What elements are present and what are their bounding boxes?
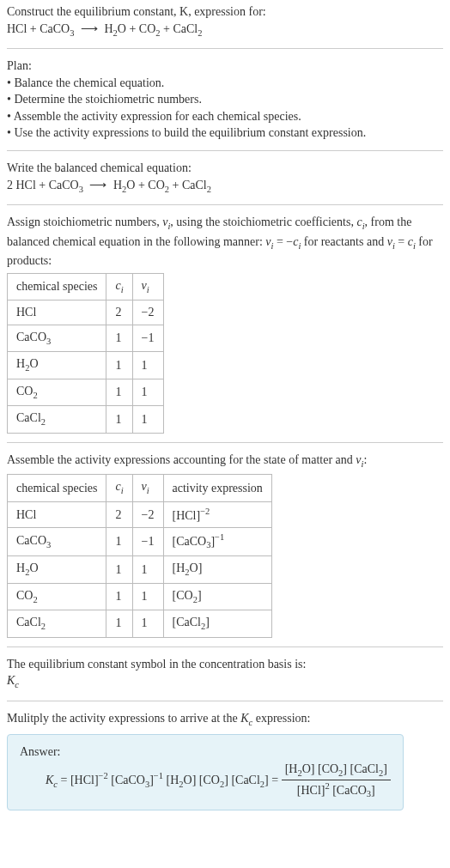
col-ci: ci <box>106 273 132 300</box>
balanced-title: Write the balanced chemical equation: <box>7 160 443 177</box>
table-row: CaCl2 1 1 <box>8 406 164 433</box>
cell-species: CO2 <box>8 583 106 610</box>
activity-section: Assemble the activity expressions accoun… <box>7 452 443 638</box>
col-activity: activity expression <box>163 475 271 501</box>
multiply-section: Mulitply the activity expressions to arr… <box>7 710 443 811</box>
cell-nui: 1 <box>132 352 163 379</box>
arrow-icon: ⟶ <box>89 177 106 194</box>
cell-nui: −1 <box>132 527 163 555</box>
table-row: H2O 1 1 <box>8 352 164 379</box>
cell-species: H2O <box>8 556 106 583</box>
cell-species: CaCO3 <box>8 527 106 555</box>
table-row: CaCO3 1 −1 [CaCO3]−1 <box>8 527 272 555</box>
cell-ci: 1 <box>106 583 132 610</box>
plan-bullet-4: • Use the activity expressions to build … <box>7 124 443 142</box>
col-nui: νi <box>132 273 163 300</box>
answer-box: Answer: Kc = [HCl]−2 [CaCO3]−1 [H2O] [CO… <box>7 734 404 810</box>
stoich-table: chemical species ci νi HCl 2 −2 CaCO3 1 … <box>7 273 164 434</box>
table-row: H2O 1 1 [H2O] <box>8 556 272 583</box>
col-ci: ci <box>106 475 132 501</box>
cell-nui: 1 <box>132 583 163 610</box>
cell-nui: −2 <box>132 300 163 325</box>
cell-species: CO2 <box>8 379 106 405</box>
cell-ci: 2 <box>106 501 132 527</box>
balanced-rhs: H2O + CO2 + CaCl2 <box>113 179 211 191</box>
activity-intro: Assemble the activity expressions accoun… <box>7 452 443 470</box>
plan-bullet-1: • Balance the chemical equation. <box>7 75 443 92</box>
cell-activity: [H2O] <box>163 556 271 583</box>
divider <box>7 646 443 647</box>
construct-title: Construct the equilibrium constant, K, e… <box>7 3 443 21</box>
table-header-row: chemical species ci νi <box>8 273 164 300</box>
table-row: CO2 1 1 [CO2] <box>8 583 272 610</box>
activity-table: chemical species ci νi activity expressi… <box>7 474 272 637</box>
cell-nui: −1 <box>132 325 163 351</box>
cell-species: HCl <box>8 300 106 325</box>
divider <box>7 204 443 205</box>
balanced-lhs: 2 HCl + CaCO3 <box>7 179 83 191</box>
plan-bullet-2: • Determine the stoichiometric numbers. <box>7 91 443 108</box>
multiply-text: Mulitply the activity expressions to arr… <box>7 710 443 729</box>
symbol-section: The equilibrium constant symbol in the c… <box>7 656 443 692</box>
kc-symbol: Kc <box>7 672 443 691</box>
cell-species: CaCl2 <box>8 406 106 433</box>
cell-ci: 1 <box>106 379 132 405</box>
construct-text-a: Construct the equilibrium constant, K, e… <box>7 5 266 18</box>
table-header-row: chemical species ci νi activity expressi… <box>8 475 272 501</box>
plan-bullet-3: • Assemble the activity expression for e… <box>7 108 443 125</box>
col-nui: νi <box>132 475 163 501</box>
divider <box>7 150 443 151</box>
construct-section: Construct the equilibrium constant, K, e… <box>7 3 443 39</box>
fraction: [H2O] [CO2] [CaCl2][HCl]2 [CaCO3] <box>282 761 391 802</box>
col-species: chemical species <box>8 273 106 300</box>
table-row: CaCO3 1 −1 <box>8 325 164 351</box>
plan-section: Plan: • Balance the chemical equation. •… <box>7 58 443 142</box>
cell-activity: [CaCl2] <box>163 610 271 637</box>
eq-lhs: HCl + CaCO3 <box>7 22 74 35</box>
cell-ci: 1 <box>106 352 132 379</box>
answer-expression: Kc = [HCl]−2 [CaCO3]−1 [H2O] [CO2] [CaCl… <box>46 761 391 802</box>
table-row: CaCl2 1 1 [CaCl2] <box>8 610 272 637</box>
table-row: HCl 2 −2 [HCl]−2 <box>8 501 272 527</box>
cell-ci: 1 <box>106 527 132 555</box>
arrow-icon: ⟶ <box>81 21 98 38</box>
divider <box>7 701 443 701</box>
col-species: chemical species <box>8 475 106 501</box>
cell-activity: [HCl]−2 <box>163 501 271 527</box>
cell-nui: 1 <box>132 379 163 405</box>
cell-activity: [CaCO3]−1 <box>163 527 271 555</box>
eq-rhs: H2O + CO2 + CaCl2 <box>104 22 202 35</box>
cell-nui: −2 <box>132 501 163 527</box>
cell-ci: 1 <box>106 325 132 351</box>
cell-activity: [CO2] <box>163 583 271 610</box>
cell-ci: 1 <box>106 406 132 433</box>
unbalanced-equation: HCl + CaCO3 ⟶ H2O + CO2 + CaCl2 <box>7 21 443 39</box>
cell-species: CaCO3 <box>8 325 106 351</box>
cell-species: CaCl2 <box>8 610 106 637</box>
fraction-numerator: [H2O] [CO2] [CaCl2] <box>282 761 391 780</box>
divider <box>7 48 443 49</box>
cell-ci: 1 <box>106 556 132 583</box>
answer-label: Answer: <box>20 744 391 761</box>
symbol-text: The equilibrium constant symbol in the c… <box>7 656 443 673</box>
cell-ci: 2 <box>106 300 132 325</box>
fraction-denominator: [HCl]2 [CaCO3] <box>282 780 391 801</box>
stoich-section: Assign stoichiometric numbers, νi, using… <box>7 214 443 434</box>
cell-species: HCl <box>8 501 106 527</box>
balanced-section: Write the balanced chemical equation: 2 … <box>7 160 443 196</box>
balanced-equation: 2 HCl + CaCO3 ⟶ H2O + CO2 + CaCl2 <box>7 177 443 196</box>
cell-ci: 1 <box>106 610 132 637</box>
table-row: HCl 2 −2 <box>8 300 164 325</box>
plan-title: Plan: <box>7 58 443 75</box>
cell-species: H2O <box>8 352 106 379</box>
cell-nui: 1 <box>132 556 163 583</box>
cell-nui: 1 <box>132 610 163 637</box>
stoich-intro: Assign stoichiometric numbers, νi, using… <box>7 214 443 270</box>
divider <box>7 442 443 443</box>
cell-nui: 1 <box>132 406 163 433</box>
table-row: CO2 1 1 <box>8 379 164 405</box>
